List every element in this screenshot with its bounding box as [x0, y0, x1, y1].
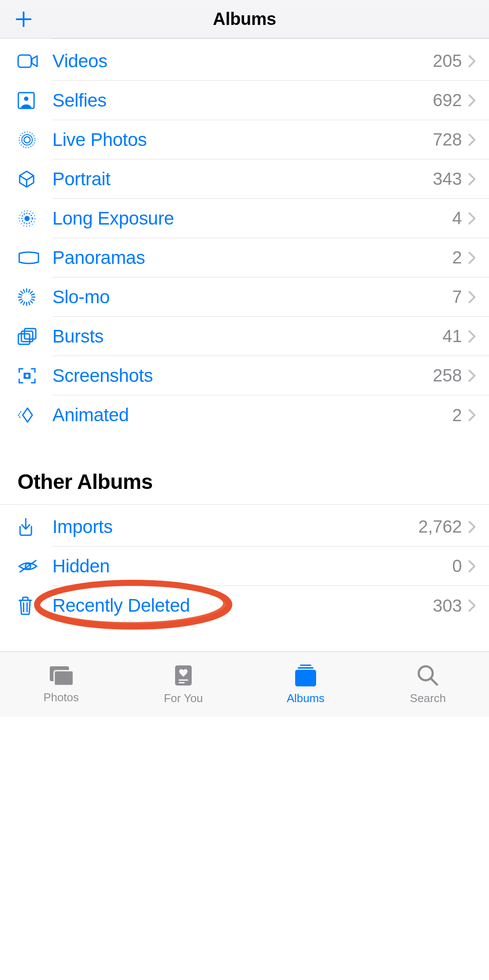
svg-point-6: [22, 135, 32, 145]
media-types-list: Videos 205 Selfies 692 Live Photos 728 P…: [0, 39, 489, 435]
album-label: Selfies: [52, 90, 433, 111]
album-label: Videos: [52, 51, 433, 72]
chevron-right-icon: [468, 251, 476, 264]
tab-label: For You: [164, 692, 203, 705]
other-albums-header: Other Albums: [0, 435, 489, 505]
svg-point-31: [26, 374, 29, 377]
svg-point-5: [24, 137, 30, 143]
album-row-selfies[interactable]: Selfies 692: [0, 81, 489, 120]
album-label: Panoramas: [52, 247, 452, 268]
svg-point-8: [24, 216, 30, 221]
album-count: 728: [433, 130, 462, 149]
chevron-right-icon: [468, 212, 476, 225]
albums-tab-icon: [293, 664, 318, 687]
album-label: Imports: [52, 516, 418, 537]
svg-line-24: [29, 289, 30, 292]
svg-line-16: [24, 302, 25, 305]
album-row-panoramas[interactable]: Panoramas 2: [0, 238, 489, 277]
svg-rect-42: [298, 667, 313, 669]
slomo-icon: [17, 288, 52, 306]
long-exposure-icon: [17, 209, 52, 228]
tab-albums[interactable]: Albums: [244, 652, 367, 717]
selfies-icon: [17, 92, 52, 109]
tab-search[interactable]: Search: [367, 652, 489, 717]
album-row-screenshots[interactable]: Screenshots 258: [0, 356, 489, 395]
chevron-right-icon: [468, 520, 476, 533]
svg-point-4: [24, 97, 28, 101]
svg-line-45: [431, 679, 437, 685]
tab-label: Search: [410, 692, 446, 705]
album-count: 4: [452, 208, 462, 228]
svg-rect-40: [179, 682, 185, 683]
animated-icon: [17, 406, 52, 424]
tab-photos[interactable]: Photos: [0, 652, 122, 717]
svg-line-20: [19, 294, 21, 295]
album-count: 303: [433, 596, 462, 616]
album-row-videos[interactable]: Videos 205: [0, 42, 489, 81]
page-title: Albums: [0, 9, 489, 29]
album-row-hidden[interactable]: Hidden 0: [0, 547, 489, 586]
panoramas-icon: [17, 251, 52, 265]
chevron-right-icon: [468, 133, 476, 146]
chevron-right-icon: [468, 369, 476, 382]
album-count: 692: [433, 90, 462, 110]
album-row-recently-deleted[interactable]: Recently Deleted 303: [0, 586, 489, 625]
svg-line-18: [19, 299, 21, 301]
album-label: Screenshots: [52, 365, 433, 386]
album-row-live-photos[interactable]: Live Photos 728: [0, 120, 489, 159]
screenshots-icon: [17, 367, 52, 384]
album-count: 2,762: [418, 517, 462, 537]
add-button[interactable]: [9, 2, 38, 36]
album-count: 0: [452, 556, 462, 576]
album-label: Animated: [52, 405, 452, 426]
search-tab-icon: [416, 664, 440, 687]
tab-label: Albums: [287, 692, 325, 705]
album-label: Portrait: [52, 169, 433, 190]
chevron-right-icon: [468, 599, 476, 612]
album-label: Recently Deleted: [52, 595, 433, 616]
other-albums-list: Imports 2,762 Hidden 0 Recently Deleted …: [0, 505, 489, 625]
live-photos-icon: [17, 130, 52, 149]
album-label: Hidden: [52, 556, 452, 577]
album-row-slo-mo[interactable]: Slo-mo 7: [0, 277, 489, 317]
album-count: 2: [452, 248, 462, 267]
svg-line-33: [20, 561, 36, 572]
svg-line-22: [24, 289, 25, 292]
album-count: 41: [443, 326, 462, 346]
tab-bar: Photos For You Albums Search: [0, 651, 489, 717]
svg-line-21: [21, 291, 23, 294]
svg-line-17: [21, 301, 23, 303]
album-count: 205: [433, 51, 462, 71]
album-row-portrait[interactable]: Portrait 343: [0, 159, 489, 199]
album-label: Long Exposure: [52, 208, 452, 229]
trash-icon: [17, 596, 52, 615]
foryou-tab-icon: [172, 664, 194, 687]
svg-rect-39: [179, 679, 188, 681]
album-row-animated[interactable]: Animated 2: [0, 395, 489, 435]
album-row-imports[interactable]: Imports 2,762: [0, 507, 489, 547]
album-count: 2: [452, 405, 462, 425]
hidden-icon: [17, 559, 52, 574]
tab-for-you[interactable]: For You: [122, 652, 244, 717]
imports-icon: [17, 518, 52, 536]
chevron-right-icon: [468, 94, 476, 107]
album-label: Slo-mo: [52, 287, 452, 308]
album-row-bursts[interactable]: Bursts 41: [0, 317, 489, 356]
album-row-long-exposure[interactable]: Long Exposure 4: [0, 199, 489, 238]
album-label: Live Photos: [52, 129, 433, 150]
svg-line-26: [31, 294, 34, 295]
portrait-icon: [17, 170, 52, 188]
nav-bar: Albums: [0, 0, 489, 38]
svg-rect-43: [295, 670, 316, 686]
svg-line-25: [30, 291, 32, 294]
album-count: 7: [452, 287, 462, 307]
svg-rect-41: [300, 665, 311, 666]
chevron-right-icon: [468, 560, 476, 573]
chevron-right-icon: [468, 55, 476, 68]
tab-label: Photos: [44, 691, 79, 704]
chevron-right-icon: [468, 173, 476, 186]
svg-line-12: [31, 299, 34, 301]
chevron-right-icon: [468, 330, 476, 343]
bursts-icon: [17, 328, 52, 345]
svg-rect-37: [54, 671, 73, 686]
